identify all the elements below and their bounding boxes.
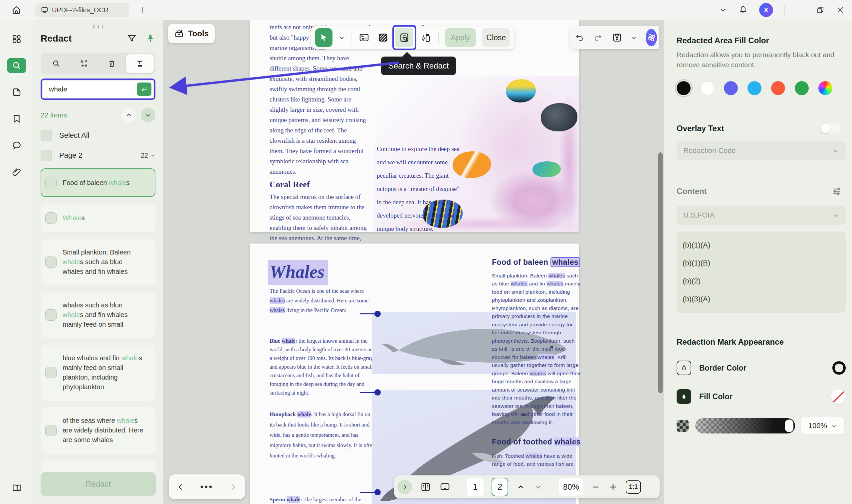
vertical-scrollbar[interactable]	[658, 152, 663, 393]
result-checkbox[interactable]	[45, 256, 57, 268]
undo-icon[interactable]	[574, 33, 584, 42]
search-redact-sidebar-icon[interactable]	[7, 58, 26, 73]
two-page-view-icon[interactable]	[420, 481, 431, 493]
presentation-icon[interactable]	[439, 481, 450, 493]
redaction-code-select[interactable]: Redaction Code	[677, 141, 846, 160]
select-all-checkbox[interactable]	[41, 130, 52, 141]
redaction-standard-select[interactable]: U.S.FOIA	[677, 205, 846, 225]
ai-assistant-button[interactable]	[646, 29, 657, 46]
save-icon[interactable]	[612, 32, 622, 43]
border-color-value[interactable]	[832, 361, 846, 375]
overlay-text-toggle[interactable]	[820, 123, 841, 134]
tab-replace[interactable]: AB	[70, 54, 98, 73]
opacity-slider-knob[interactable]	[785, 419, 794, 432]
redact-button[interactable]: Redact	[41, 472, 156, 496]
apply-button[interactable]: Apply	[445, 28, 476, 47]
pointer-tool-button[interactable]	[315, 28, 333, 47]
previous-page-icon[interactable]	[516, 482, 526, 492]
result-checkbox[interactable]	[45, 425, 57, 436]
fill-color-value-none[interactable]	[831, 389, 846, 404]
result-text: whales such as blue whales and fin whale…	[63, 301, 144, 329]
result-checkbox[interactable]	[45, 309, 57, 321]
page-group-count[interactable]: 22	[141, 152, 156, 159]
nav-forward-icon[interactable]	[229, 483, 237, 491]
color-swatch-27b2ef[interactable]	[747, 81, 762, 95]
filter-icon[interactable]	[127, 34, 137, 43]
pattern-fill-tool-icon[interactable]	[376, 30, 389, 45]
result-checkbox[interactable]	[45, 367, 57, 378]
search-result-item[interactable]: Small plankton: Baleen whales such as bl…	[41, 239, 156, 285]
search-result-item[interactable]: blue whales and fin whales mainly feed o…	[41, 345, 156, 400]
result-checkbox[interactable]	[45, 212, 57, 223]
pdf-page-1[interactable]: reefs are not only habi but also "happy …	[250, 20, 579, 232]
close-button[interactable]	[836, 6, 845, 14]
tab-redact[interactable]	[126, 54, 154, 73]
foia-code-option[interactable]: (b)(2)	[677, 272, 846, 290]
redo-icon[interactable]	[593, 33, 603, 42]
expand-bar-icon[interactable]	[397, 480, 412, 494]
page-group-checkbox[interactable]	[41, 150, 52, 161]
color-swatch-2ca54d[interactable]	[795, 81, 809, 95]
user-avatar[interactable]: X	[759, 3, 773, 17]
apps-grid-icon[interactable]	[7, 31, 26, 47]
color-swatch-6163ee[interactable]	[724, 81, 738, 95]
content-settings-icon[interactable]	[831, 186, 842, 197]
redact-page-tool-icon[interactable]	[357, 30, 370, 45]
search-result-item[interactable]: of the seas where whales are widely dist…	[41, 407, 156, 453]
color-swatch-ffffff[interactable]	[700, 81, 714, 95]
reader-mode-icon[interactable]	[7, 480, 26, 496]
foia-code-option[interactable]: (b)(3)(A)	[677, 290, 846, 308]
nav-more-icon[interactable]: •••	[200, 482, 213, 492]
search-redact-tool-button[interactable]	[395, 28, 413, 47]
cleaner-tool-icon[interactable]	[419, 30, 432, 45]
toolbox-icon	[174, 29, 184, 39]
restore-button[interactable]	[816, 6, 825, 14]
titlebar-divider	[784, 5, 785, 15]
tools-button[interactable]: Tools	[168, 24, 215, 43]
home-icon[interactable]	[8, 2, 24, 18]
notifications-bell-icon[interactable]	[739, 5, 748, 15]
tab-delete[interactable]	[98, 54, 126, 73]
color-swatch-f7593b[interactable]	[771, 81, 785, 95]
foia-code-option[interactable]: (b)(1)(B)	[677, 254, 846, 272]
search-result-item[interactable]: Whales	[41, 203, 156, 232]
result-checkbox[interactable]	[45, 177, 57, 188]
page-1-button[interactable]: 1	[467, 478, 483, 496]
tab-search[interactable]	[42, 54, 70, 73]
page-thumbnails-icon[interactable]	[7, 85, 26, 100]
blue-whale-paragraph: Blue whale: the largest known animal in …	[270, 337, 377, 397]
document-tab[interactable]: UPDF-2-files_OCR	[35, 3, 129, 17]
window-chevron-icon[interactable]	[718, 6, 727, 14]
color-swatch-0b0b0b[interactable]	[677, 81, 691, 95]
search-result-item[interactable]: whales such as blue whales and fin whale…	[41, 292, 156, 338]
close-redact-button[interactable]: Close	[482, 28, 510, 47]
bookmarks-icon[interactable]	[7, 111, 26, 126]
opacity-value-dropdown[interactable]: 100%	[801, 417, 844, 434]
nav-back-icon[interactable]	[176, 483, 185, 491]
previous-result-button[interactable]	[122, 108, 136, 122]
search-enter-button[interactable]	[137, 83, 152, 96]
new-tab-button[interactable]	[139, 6, 147, 14]
page-2-button[interactable]: 2	[492, 478, 508, 496]
foia-code-option[interactable]: (b)(1)(A)	[677, 236, 846, 254]
zoom-out-icon[interactable]	[591, 482, 600, 492]
tab-title: UPDF-2-files_OCR	[52, 6, 108, 14]
attachments-icon[interactable]	[7, 164, 26, 180]
pdf-page-2[interactable]: Whales The Pacific Ocean is one of the s…	[250, 244, 579, 504]
zoom-level-button[interactable]: 80%	[559, 478, 583, 496]
zoom-in-icon[interactable]	[608, 482, 618, 492]
pointer-dropdown-icon[interactable]	[338, 34, 345, 41]
redaction-settings-panel: Redacted Area Fill Color Redaction allow…	[664, 20, 852, 504]
pin-icon[interactable]	[145, 34, 156, 43]
opacity-slider[interactable]	[695, 418, 795, 433]
next-page-icon[interactable]	[533, 482, 543, 492]
save-dropdown-icon[interactable]	[631, 35, 637, 41]
actual-size-button[interactable]: 1:1	[626, 480, 641, 494]
panel-drag-handle[interactable]	[41, 24, 156, 29]
minimize-button[interactable]	[796, 6, 805, 14]
monitor-icon	[41, 6, 49, 14]
color-swatch-custom[interactable]	[818, 81, 832, 95]
next-result-button[interactable]	[141, 108, 156, 122]
comments-icon[interactable]	[7, 138, 26, 153]
search-result-item[interactable]: Food of baleen whales	[41, 168, 156, 197]
